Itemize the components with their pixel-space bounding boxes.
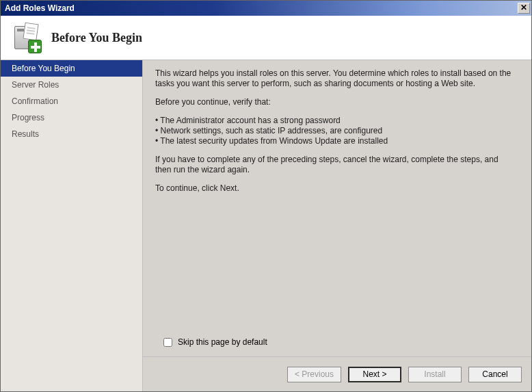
sidebar-item-before-you-begin[interactable]: Before You Begin [1, 60, 142, 77]
intro-text: This wizard helps you install roles on t… [155, 68, 516, 89]
sidebar-item-label: Confirmation [12, 96, 58, 106]
titlebar: Add Roles Wizard ✕ [1, 1, 531, 16]
cancel-button[interactable]: Cancel [468, 367, 522, 382]
sidebar-item-label: Progress [12, 113, 44, 122]
sidebar-item-label: Before You Begin [12, 64, 75, 73]
continue-text: To continue, click Next. [155, 183, 516, 194]
sidebar-item-label: Server Roles [12, 80, 59, 90]
skip-page-row: Skip this page by default [143, 333, 531, 357]
verify-heading: Before you continue, verify that: [155, 97, 516, 107]
bullet-item: The Administrator account has a strong p… [155, 116, 516, 126]
bullet-item: Network settings, such as static IP addr… [155, 126, 516, 136]
sidebar-item-server-roles[interactable]: Server Roles [1, 77, 142, 93]
sidebar-item-label: Results [12, 129, 39, 139]
add-roles-wizard-window: Add Roles Wizard ✕ Before You Begin Befo… [0, 0, 532, 392]
page-title: Before You Begin [51, 31, 142, 45]
sidebar-item-confirmation[interactable]: Confirmation [1, 93, 142, 109]
wizard-content: This wizard helps you install roles on t… [143, 60, 531, 391]
next-button[interactable]: Next > [348, 367, 401, 382]
verify-bullets: The Administrator account has a strong p… [155, 116, 516, 146]
sidebar-item-progress[interactable]: Progress [1, 109, 142, 126]
content-text: This wizard helps you install roles on t… [143, 60, 531, 333]
sidebar-item-results[interactable]: Results [1, 126, 142, 142]
close-icon[interactable]: ✕ [518, 3, 530, 14]
wizard-footer: < Previous Next > Install Cancel [143, 357, 531, 391]
bullet-item: The latest security updates from Windows… [155, 136, 516, 146]
wizard-body: Before You Begin Server Roles Confirmati… [1, 60, 531, 391]
wizard-header: Before You Begin [1, 16, 531, 60]
after-text: If you have to complete any of the prece… [155, 155, 516, 175]
wizard-steps-sidebar: Before You Begin Server Roles Confirmati… [1, 60, 143, 391]
skip-page-checkbox[interactable] [163, 338, 172, 347]
previous-button: < Previous [287, 367, 341, 382]
skip-page-label: Skip this page by default [178, 337, 267, 347]
window-title: Add Roles Wizard [5, 3, 518, 13]
server-add-icon [10, 22, 42, 53]
install-button: Install [408, 367, 462, 382]
